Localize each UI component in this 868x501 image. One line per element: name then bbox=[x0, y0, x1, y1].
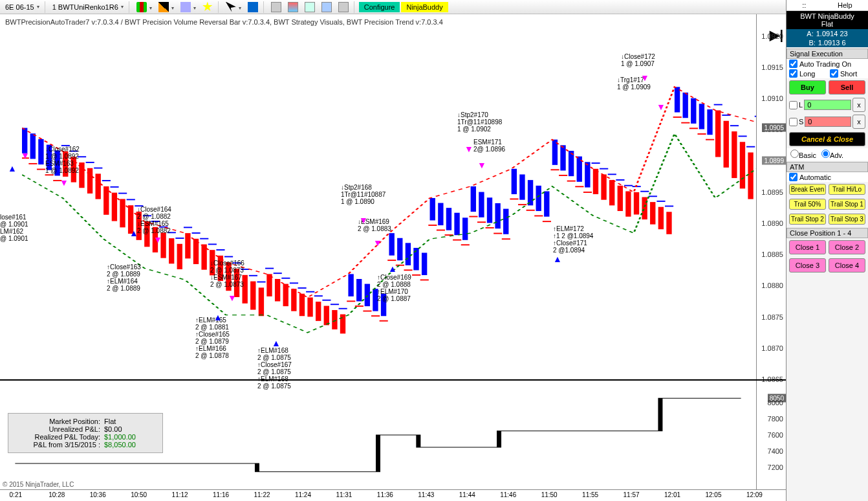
close-2-button[interactable]: Close 2 bbox=[829, 240, 865, 254]
svg-rect-65 bbox=[281, 278, 290, 279]
price-chart[interactable]: BWTPrecisionAutoTrader7 v:7.0.3.4 / BWT … bbox=[0, 14, 786, 379]
long-qty-label: L bbox=[799, 101, 803, 109]
svg-rect-103 bbox=[437, 230, 445, 231]
svg-rect-108 bbox=[462, 217, 468, 240]
long-clear-button[interactable]: x bbox=[852, 98, 865, 112]
svg-rect-162 bbox=[683, 93, 688, 118]
short-clear-button[interactable]: x bbox=[852, 115, 865, 129]
buy-button[interactable]: Buy bbox=[789, 80, 826, 95]
ninjabuddy-panel: :: Help BWT NinjaBuddy Flat A:1.0914 23 … bbox=[787, 0, 868, 501]
long-checkbox[interactable]: Long bbox=[787, 69, 827, 78]
svg-rect-109 bbox=[461, 244, 470, 245]
svg-rect-44 bbox=[201, 245, 206, 270]
instrument-dropdown[interactable]: 6E 06-15 bbox=[3, 3, 42, 12]
panel1-icon[interactable] bbox=[268, 1, 284, 13]
long-qty-check[interactable] bbox=[789, 101, 797, 109]
svg-rect-139 bbox=[583, 192, 592, 193]
trail-50-button[interactable]: Trail 50% bbox=[789, 199, 826, 210]
panel2-icon[interactable] bbox=[285, 1, 301, 13]
close-1-button[interactable]: Close 1 bbox=[789, 240, 826, 254]
basic-radio[interactable]: Basic bbox=[790, 150, 816, 159]
svg-rect-148 bbox=[625, 191, 631, 216]
equity-panel[interactable]: Market Position:Flat Unrealized P&L:$0.0… bbox=[0, 379, 786, 489]
svg-rect-16 bbox=[87, 168, 92, 194]
svg-rect-137 bbox=[575, 186, 583, 187]
short-qty-label: S bbox=[799, 118, 803, 126]
svg-rect-79 bbox=[339, 308, 347, 309]
adv-radio[interactable]: Adv. bbox=[821, 150, 843, 159]
svg-rect-106 bbox=[454, 213, 459, 236]
rpnl-label: Realized P&L Today: bbox=[14, 433, 104, 441]
configure-button[interactable]: Configure bbox=[359, 2, 400, 12]
svg-rect-118 bbox=[503, 209, 508, 234]
svg-rect-40 bbox=[185, 233, 190, 258]
svg-rect-57 bbox=[249, 275, 257, 276]
automatic-checkbox[interactable]: Automatic bbox=[787, 172, 868, 182]
close-pos-header: Close Position 1 - 4 bbox=[787, 228, 868, 238]
trail-hilo-button[interactable]: Trail Hi/Lo bbox=[829, 184, 865, 195]
candle-style-icon[interactable] bbox=[134, 1, 155, 13]
svg-rect-123 bbox=[518, 204, 526, 205]
cancel-close-button[interactable]: Cancel & Close bbox=[789, 132, 865, 146]
signal-arrow-15: ▼ bbox=[656, 102, 666, 112]
panel3-icon[interactable] bbox=[302, 1, 318, 13]
chart-plot[interactable]: lose#161 @ 1.0901 LM#162 @ 1.0901↓Close#… bbox=[0, 14, 756, 379]
trail-stop3-button[interactable]: Trail Stop 3 bbox=[829, 214, 865, 225]
signal-arrow-9: ▼ bbox=[373, 238, 382, 248]
annotation-close169: ↑Close#169 2 @ 1.0888 ↑ELM#170 2 @ 1.088… bbox=[377, 274, 411, 302]
svg-rect-70 bbox=[307, 298, 312, 317]
series-dropdown[interactable]: 1 BWTUniRenko1R6 bbox=[50, 3, 126, 12]
signal-arrow-6: ▼ bbox=[228, 293, 237, 303]
svg-rect-72 bbox=[316, 302, 321, 321]
annotation-lose161: lose#161 @ 1.0901 LM#162 @ 1.0901 bbox=[0, 214, 28, 242]
signal-arrow-11: ▼ bbox=[464, 144, 473, 154]
svg-rect-145 bbox=[608, 173, 616, 175]
star-icon[interactable] bbox=[200, 1, 215, 13]
svg-rect-128 bbox=[544, 191, 549, 216]
svg-rect-116 bbox=[495, 203, 500, 228]
svg-rect-160 bbox=[675, 87, 680, 112]
svg-rect-115 bbox=[486, 227, 494, 228]
pencil-icon[interactable] bbox=[156, 1, 177, 13]
svg-rect-69 bbox=[298, 287, 307, 289]
svg-rect-74 bbox=[324, 306, 329, 326]
short-qty-check[interactable] bbox=[789, 118, 797, 126]
zoom-icon[interactable] bbox=[245, 1, 261, 13]
close-3-button[interactable]: Close 3 bbox=[789, 258, 826, 273]
panel5-icon[interactable] bbox=[336, 1, 351, 13]
panel-menu-icon[interactable]: :: bbox=[802, 1, 806, 9]
svg-rect-117 bbox=[494, 233, 502, 234]
svg-rect-121 bbox=[510, 199, 518, 200]
close-4-button[interactable]: Close 4 bbox=[829, 258, 865, 273]
help-link[interactable]: Help bbox=[838, 1, 852, 9]
equity-y-axis: 805080007800760074007200 bbox=[756, 381, 786, 489]
atm-header: ATM bbox=[787, 162, 868, 172]
wand-icon[interactable] bbox=[178, 1, 199, 13]
ask-quote: A:1.0914 23 bbox=[787, 29, 868, 38]
svg-rect-5 bbox=[37, 169, 45, 170]
pointer-icon[interactable] bbox=[223, 1, 244, 13]
short-qty-field[interactable]: 0 bbox=[805, 117, 851, 127]
trail-stop1-button[interactable]: Trail Stop 1 bbox=[829, 199, 865, 210]
svg-rect-2 bbox=[30, 133, 36, 159]
signal-arrow-4: ▼ bbox=[153, 234, 162, 245]
trail-stop2-button[interactable]: Trail Stop 2 bbox=[789, 214, 826, 225]
upnl-value: $0.00 bbox=[104, 425, 122, 433]
panel4-icon[interactable] bbox=[319, 1, 334, 13]
long-qty-field[interactable]: 0 bbox=[804, 100, 851, 110]
svg-rect-169 bbox=[706, 139, 714, 140]
equity-plot[interactable]: Market Position:Flat Unrealized P&L:$0.0… bbox=[0, 381, 756, 489]
svg-rect-125 bbox=[526, 210, 535, 211]
short-checkbox[interactable]: Short bbox=[827, 69, 868, 78]
svg-rect-75 bbox=[322, 300, 331, 301]
signal-arrow-1: ▼ bbox=[21, 150, 30, 161]
svg-rect-99 bbox=[420, 280, 429, 281]
ninjabuddy-button[interactable]: NinjaBuddy bbox=[401, 2, 448, 12]
annotation-close166: ↓Close#166 2 @ 1.0873 ↓ESM#167 2 @ 1.087… bbox=[210, 260, 244, 288]
svg-rect-43 bbox=[192, 232, 201, 234]
break-even-button[interactable]: Break Even bbox=[789, 184, 826, 195]
sell-button[interactable]: Sell bbox=[829, 80, 865, 95]
auto-trading-checkbox[interactable]: Auto Trading On bbox=[787, 59, 868, 69]
signal-arrow-14: ▼ bbox=[640, 72, 649, 83]
svg-rect-94 bbox=[406, 243, 411, 265]
